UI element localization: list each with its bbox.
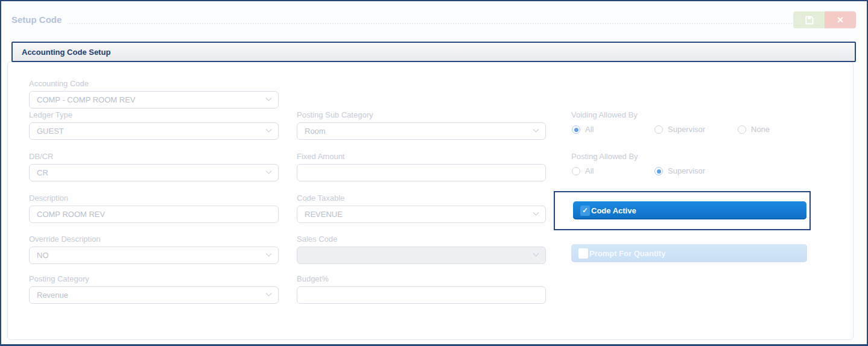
field-sales-code: Sales Code: [297, 235, 546, 264]
code-taxable-select[interactable]: REVENUE: [297, 206, 546, 223]
code-taxable-label: Code Taxable: [297, 194, 546, 203]
budget-pct-input[interactable]: [297, 286, 546, 304]
accounting-code-select[interactable]: COMP - COMP ROOM REV: [29, 91, 279, 109]
field-posting-sub-category: Posting Sub Category Room: [297, 111, 546, 140]
chevron-down-icon: [266, 127, 272, 133]
prompt-for-quantity-label: Prompt For Quantity: [589, 249, 665, 258]
header-actions: ✕: [793, 11, 856, 28]
db-cr-label: DB/CR: [29, 153, 279, 161]
fixed-amount-label: Fixed Amount: [297, 153, 546, 161]
field-ledger-type: Ledger Type GUEST: [29, 111, 279, 140]
posting-all-radio[interactable]: All: [572, 166, 594, 175]
radio-icon: [572, 167, 580, 175]
chevron-down-icon: [266, 168, 272, 174]
radio-label: Supervisor: [668, 166, 705, 175]
field-accounting-code: Accounting Code COMP - COMP ROOM REV: [29, 80, 279, 109]
posting-sub-category-select[interactable]: Room: [297, 122, 546, 140]
ledger-type-label: Ledger Type: [29, 111, 279, 119]
chevron-down-icon: [533, 127, 539, 133]
radio-icon: [654, 125, 663, 134]
posting-supervisor-radio[interactable]: Supervisor: [654, 166, 705, 175]
sales-code-select[interactable]: [297, 247, 546, 264]
checkbox-unchecked-icon: [578, 248, 588, 259]
posting-category-select[interactable]: Revenue: [29, 286, 279, 304]
field-posting-category: Posting Category Revenue: [29, 275, 279, 304]
voiding-supervisor-radio[interactable]: Supervisor: [654, 125, 705, 134]
save-icon: [804, 15, 814, 25]
description-input[interactable]: [29, 206, 279, 223]
posting-sub-category-label: Posting Sub Category: [297, 111, 546, 119]
field-budget-pct: Budget%: [297, 275, 546, 304]
chevron-down-icon: [533, 251, 539, 257]
code-taxable-value: REVENUE: [305, 210, 343, 219]
override-description-select[interactable]: NO: [29, 247, 279, 264]
description-label: Description: [29, 194, 279, 203]
radio-label: Supervisor: [668, 125, 705, 134]
field-fixed-amount: Fixed Amount: [297, 153, 546, 181]
posting-allowed-by-label: Posting Allowed By: [571, 153, 806, 161]
setup-code-window: Setup Code ✕ Accounting Code Setup Accou…: [0, 0, 868, 346]
radio-label: All: [585, 125, 594, 134]
override-description-value: NO: [37, 251, 49, 260]
accounting-code-value: COMP - COMP ROOM REV: [37, 95, 135, 104]
chevron-down-icon: [266, 95, 272, 101]
prompt-for-quantity-toggle[interactable]: Prompt For Quantity: [571, 244, 807, 262]
db-cr-select[interactable]: CR: [29, 164, 279, 181]
posting-category-label: Posting Category: [29, 275, 279, 283]
sales-code-label: Sales Code: [297, 235, 546, 244]
field-db-cr: DB/CR CR: [29, 153, 279, 181]
chevron-down-icon: [266, 291, 272, 297]
checkbox-checked-icon: ✓: [580, 206, 590, 216]
field-description: Description: [29, 194, 279, 223]
radio-label: All: [585, 166, 594, 175]
posting-allowed-by-options: All Supervisor: [571, 166, 806, 176]
posting-sub-category-value: Room: [305, 127, 326, 136]
code-active-toggle[interactable]: ✓ Code Active: [573, 201, 806, 219]
code-active-label: Code Active: [591, 206, 636, 215]
close-button[interactable]: ✕: [825, 11, 856, 28]
chevron-down-icon: [533, 210, 539, 216]
posting-category-value: Revenue: [37, 291, 68, 300]
ledger-type-value: GUEST: [37, 127, 64, 136]
ledger-type-select[interactable]: GUEST: [29, 122, 279, 140]
voiding-none-radio[interactable]: None: [738, 125, 770, 134]
budget-pct-label: Budget%: [297, 275, 546, 283]
close-icon: ✕: [837, 15, 844, 25]
voiding-allowed-by-group: Voiding Allowed By All Supervisor None: [571, 111, 806, 134]
override-description-label: Override Description: [29, 235, 279, 244]
voiding-allowed-by-options: All Supervisor None: [571, 125, 806, 134]
radio-icon: [738, 125, 746, 134]
accounting-code-label: Accounting Code: [29, 80, 279, 88]
chevron-down-icon: [266, 251, 272, 257]
voiding-all-radio[interactable]: All: [572, 125, 594, 134]
field-code-taxable: Code Taxable REVENUE: [297, 194, 546, 223]
save-button[interactable]: [793, 11, 825, 28]
radio-label: None: [751, 125, 770, 134]
section-header-accounting-code-setup: Accounting Code Setup: [11, 42, 856, 62]
title-divider: [11, 23, 852, 24]
db-cr-value: CR: [37, 168, 48, 177]
posting-allowed-by-group: Posting Allowed By All Supervisor: [571, 153, 806, 176]
fixed-amount-input[interactable]: [297, 164, 546, 181]
radio-icon: [654, 167, 663, 175]
field-override-description: Override Description NO: [29, 235, 279, 264]
window-title: Setup Code: [11, 14, 68, 25]
voiding-allowed-by-label: Voiding Allowed By: [571, 111, 806, 119]
radio-icon: [572, 125, 580, 134]
section-title: Accounting Code Setup: [22, 48, 110, 57]
